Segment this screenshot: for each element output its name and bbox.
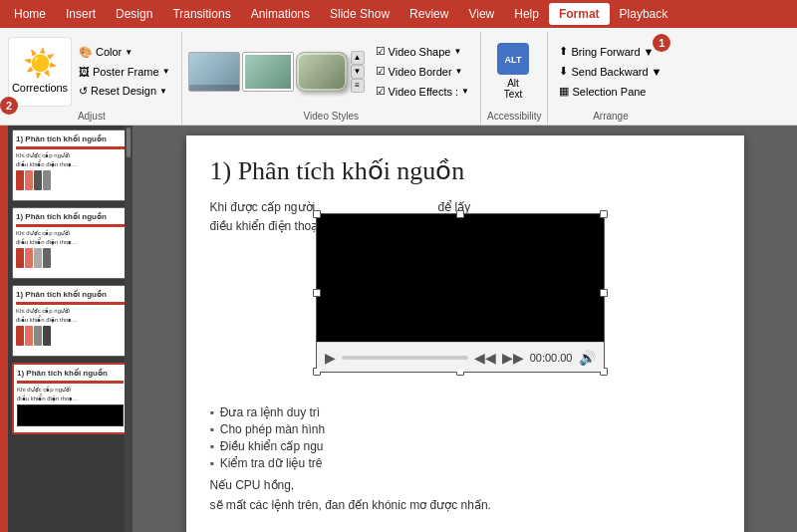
scroll-up-button[interactable]: ▲: [351, 51, 365, 65]
video-effects-button[interactable]: ☑ Video Effects : ▼: [371, 82, 474, 101]
video-border-button[interactable]: ☑ Video Border ▼: [371, 62, 474, 81]
reset-design-button[interactable]: ↺ Reset Design ▼: [74, 82, 175, 101]
bring-forward-button[interactable]: ⬆ Bring Forward ▼: [554, 42, 666, 61]
bullet-text-2: Cho phép màn hình: [220, 422, 411, 436]
play-button[interactable]: ▶: [325, 350, 336, 366]
bullet-marker-2: ▪: [210, 422, 214, 436]
alt-text-icon: ALT: [497, 43, 529, 75]
video-shape-check-icon: ☑: [376, 45, 386, 58]
scrollbar-thumb[interactable]: [127, 128, 131, 157]
video-shape-dropdown: ▼: [453, 47, 461, 56]
slide-2-bars: [16, 248, 125, 268]
slide-title: 1) Phân tích khối nguồn: [210, 155, 720, 186]
arrange-group-label: Arrange: [554, 109, 666, 125]
bullet-4: ▪ Kiểm tra dữ liệu trê: [210, 456, 720, 470]
forward-button[interactable]: ▶▶: [502, 350, 524, 366]
handle-mid-right[interactable]: [600, 289, 608, 297]
video-shape-label: Video Shape: [389, 46, 451, 58]
style-scroll-buttons: ▲ ▼ ≡: [351, 51, 365, 93]
menu-design[interactable]: Design: [106, 3, 162, 25]
menu-insert[interactable]: Insert: [56, 3, 106, 25]
ribbon-group-accessibility: ALT AltText Accessibility: [481, 32, 548, 125]
menu-view[interactable]: View: [458, 3, 504, 25]
menu-transitions[interactable]: Transitions: [162, 3, 240, 25]
video-thumb-2[interactable]: [242, 52, 294, 92]
video-effects-dropdown: ▼: [461, 87, 469, 96]
bullet-marker-4: ▪: [210, 456, 214, 470]
selection-pane-button[interactable]: ▦ Selection Pane: [554, 82, 666, 101]
slide-footer-text: Nếu CPU hồng, sẽ mất các lệnh trên, đan …: [210, 476, 720, 514]
color-dropdown-arrow: ▼: [125, 48, 133, 57]
poster-frame-icon: 🖼: [79, 66, 90, 78]
scroll-down-button[interactable]: ▼: [351, 65, 365, 79]
slide-1-title: 1) Phân tích khối nguồn: [16, 134, 125, 144]
adjust-group-content: ☀️ Corrections 2 🎨 Color ▼ 🖼 Poster Fram…: [8, 34, 175, 109]
videostyles-group-content: ▲ ▼ ≡ ☑ Video Shape ▼ ☑ Video Border ▼ ☑: [188, 34, 474, 109]
alt-text-label: AltText: [504, 78, 522, 100]
bring-forward-dropdown: ▼: [644, 46, 655, 58]
poster-frame-dropdown-arrow: ▼: [162, 67, 170, 76]
menu-animations[interactable]: Animations: [241, 3, 320, 25]
video-shape-button[interactable]: ☑ Video Shape ▼: [371, 42, 474, 61]
send-backward-icon: ⬇: [559, 65, 568, 78]
send-backward-button[interactable]: ⬇ Send Backward ▼: [554, 62, 666, 81]
handle-mid-left[interactable]: [313, 289, 321, 297]
video-border-label: Video Border: [389, 66, 452, 78]
slide-thumb-2[interactable]: 1) Phân tích khối nguồn Khi được cấp ngư…: [12, 207, 129, 279]
menu-help[interactable]: Help: [504, 3, 549, 25]
left-border-accent: [0, 126, 8, 532]
reset-design-label: Reset Design: [91, 85, 156, 97]
bullet-list: ▪ Đưa ra lệnh duy trì ▪ Cho phép màn hìn…: [210, 405, 720, 514]
slide-thumb-4[interactable]: 1) Phân tích khối nguồn Khi được cấp ngư…: [12, 363, 129, 434]
menu-home[interactable]: Home: [4, 3, 56, 25]
svg-text:ALT: ALT: [505, 55, 522, 65]
handle-top-mid[interactable]: [456, 210, 464, 218]
slide-thumb-3[interactable]: 1) Phân tích khối nguồn Khi được cấp ngư…: [12, 285, 129, 357]
handle-top-right[interactable]: [600, 210, 608, 218]
poster-frame-button[interactable]: 🖼 Poster Frame ▼: [74, 63, 175, 81]
slide-page[interactable]: 1) Phân tích khối nguồn Khi được cấp ngư…: [186, 135, 744, 532]
menu-format[interactable]: Format: [549, 3, 610, 25]
bullet-marker-3: ▪: [210, 439, 214, 453]
bullet-text-1: Đưa ra lệnh duy trì: [220, 405, 406, 419]
video-thumb-3[interactable]: [296, 52, 348, 92]
arrange-group-content: ⬆ Bring Forward ▼ ⬇ Send Backward ▼ ▦ Se…: [554, 34, 666, 109]
video-border-check-icon: ☑: [376, 65, 386, 78]
alt-text-button[interactable]: ALT AltText: [487, 38, 539, 106]
slide-editing-area: 1) Phân tích khối nguồn Khi được cấp ngư…: [133, 126, 797, 532]
corrections-button[interactable]: ☀️ Corrections: [8, 37, 72, 107]
volume-button[interactable]: 🔊: [579, 350, 596, 366]
menu-slideshow[interactable]: Slide Show: [320, 3, 399, 25]
video-border-dropdown: ▼: [455, 67, 463, 76]
video-controls-bar: ▶ ◀◀ ▶▶ 00:00.00 🔊: [317, 342, 604, 372]
video-element[interactable]: ▶ ◀◀ ▶▶ 00:00.00 🔊: [316, 213, 605, 373]
slides-scrollbar[interactable]: [125, 126, 133, 532]
scroll-more-button[interactable]: ≡: [351, 79, 365, 93]
main-area: 1) Phân tích khối nguồn Khi được cấp ngư…: [0, 126, 797, 532]
corrections-sun-icon: ☀️: [23, 47, 58, 80]
selection-pane-label: Selection Pane: [572, 86, 646, 98]
bullet-3: ▪ Điều khiển cấp ngu: [210, 439, 720, 453]
accessibility-group-content: ALT AltText: [487, 34, 541, 109]
video-thumb-1[interactable]: [188, 52, 240, 92]
ribbon-group-videostyles: ▲ ▼ ≡ ☑ Video Shape ▼ ☑ Video Border ▼ ☑: [182, 32, 481, 125]
corrections-label: Corrections: [12, 82, 68, 95]
menu-review[interactable]: Review: [399, 3, 458, 25]
slide-4-title: 1) Phân tích khối nguồn: [17, 369, 124, 379]
reset-design-icon: ↺: [79, 85, 88, 98]
slide-3-title: 1) Phân tích khối nguồn: [16, 290, 125, 300]
adjust-small-buttons: 🎨 Color ▼ 🖼 Poster Frame ▼ ↺ Reset Desig…: [74, 43, 175, 101]
reset-design-dropdown-arrow: ▼: [159, 87, 167, 96]
rewind-button[interactable]: ◀◀: [474, 350, 496, 366]
color-button[interactable]: 🎨 Color ▼: [74, 43, 175, 62]
send-backward-label: Send Backward: [571, 66, 648, 78]
menu-playback[interactable]: Playback: [610, 3, 678, 25]
slide-thumb-3-content: 1) Phân tích khối nguồn Khi được cấp ngư…: [13, 286, 128, 350]
slide-thumb-1[interactable]: 1) Phân tích khối nguồn Khi được cấp ngư…: [12, 130, 129, 201]
handle-top-left[interactable]: [313, 210, 321, 218]
video-progress-bar[interactable]: [342, 356, 468, 360]
selection-pane-icon: ▦: [559, 85, 569, 98]
bullet-1: ▪ Đưa ra lệnh duy trì: [210, 405, 720, 419]
color-icon: 🎨: [79, 46, 93, 59]
adjust-group-label: Adjust: [8, 109, 175, 125]
